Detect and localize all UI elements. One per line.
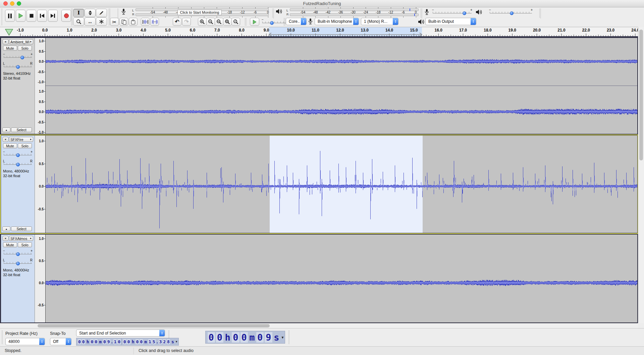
time-digit[interactable]: 0 bbox=[140, 339, 143, 344]
time-format-dropdown-icon[interactable]: ▼ bbox=[176, 340, 177, 343]
output-volume-slider[interactable]: −+ bbox=[489, 8, 533, 16]
redo-button[interactable]: ↷ bbox=[182, 18, 191, 26]
time-format-dropdown-icon[interactable]: ▼ bbox=[281, 336, 283, 339]
solo-button[interactable]: Solo bbox=[18, 143, 32, 148]
time-digit[interactable]: 0 bbox=[78, 339, 81, 344]
pan-slider[interactable]: LR bbox=[3, 259, 33, 267]
snap-to-select[interactable]: Off ▲▼ bbox=[50, 338, 71, 345]
waveform-area[interactable] bbox=[46, 235, 637, 322]
gain-slider[interactable]: −+ bbox=[3, 53, 33, 61]
time-digit[interactable]: 5 bbox=[152, 339, 156, 344]
time-digit[interactable]: 3 bbox=[159, 339, 162, 344]
play-button[interactable] bbox=[16, 10, 25, 22]
envelope-tool-button[interactable] bbox=[85, 9, 96, 17]
skip-end-button[interactable] bbox=[48, 10, 58, 22]
time-digit[interactable]: 0 bbox=[240, 332, 248, 343]
track-title-button[interactable]: Ambient_Win▼ bbox=[9, 39, 33, 44]
selection-end-field[interactable]: 00h00m15.328s▼ bbox=[121, 338, 179, 346]
waveform-channel-0[interactable] bbox=[46, 38, 637, 86]
time-digit[interactable]: 9 bbox=[107, 339, 110, 344]
title-bar[interactable]: FutzedRadioTuning bbox=[0, 0, 644, 7]
select-track-button[interactable]: Select bbox=[11, 128, 32, 132]
solo-button[interactable]: Solo bbox=[18, 46, 32, 51]
time-digit[interactable]: 2 bbox=[163, 339, 166, 344]
audio-position-field[interactable]: 00h00m09s▼ bbox=[205, 331, 285, 344]
undo-button[interactable]: ↶ bbox=[173, 18, 181, 26]
waveform-area[interactable] bbox=[46, 38, 637, 134]
close-track-button[interactable]: ✕ bbox=[3, 137, 8, 142]
zoom-in-button[interactable] bbox=[198, 18, 207, 26]
vertical-scale-ruler[interactable]: 1.00.50.0-0.5 bbox=[35, 136, 46, 233]
time-digit[interactable]: 9 bbox=[265, 332, 272, 343]
selection-tool-button[interactable]: I bbox=[73, 9, 84, 17]
horizontal-scrollbar-thumb[interactable] bbox=[38, 324, 270, 327]
recording-channels-select[interactable]: 1 (Mono) R...▲▼ bbox=[361, 18, 398, 25]
mute-button[interactable]: Mute bbox=[3, 242, 17, 247]
collapse-track-button[interactable]: ▲ bbox=[2, 128, 10, 132]
vertical-scrollbar-thumb[interactable] bbox=[639, 30, 643, 160]
time-digit[interactable]: 1 bbox=[113, 339, 117, 344]
vertical-scale-ruler[interactable]: 1.00.50.0-0.5-1.01.00.50.0-0.5-1.0 bbox=[35, 38, 46, 134]
waveform-channel-0[interactable] bbox=[46, 136, 637, 233]
toolbar-grip[interactable] bbox=[1, 9, 2, 26]
time-digit[interactable]: 0 bbox=[94, 339, 98, 344]
paste-button[interactable] bbox=[129, 18, 138, 26]
slider-thumb[interactable] bbox=[16, 252, 20, 256]
gain-slider[interactable]: −+ bbox=[3, 150, 33, 158]
slider-thumb[interactable] bbox=[510, 11, 514, 15]
time-digit[interactable]: 0 bbox=[216, 332, 223, 343]
mute-button[interactable]: Mute bbox=[3, 143, 17, 148]
toolbar-grip[interactable] bbox=[2, 331, 3, 345]
pan-slider[interactable]: LR bbox=[3, 160, 33, 168]
playback-meter[interactable]: LR-54-48-42-36-30-24-18-12-60 bbox=[274, 7, 421, 17]
select-track-button[interactable]: Select bbox=[11, 226, 32, 231]
vertical-scale-ruler[interactable]: 1.00.50.0-0.5 bbox=[35, 235, 46, 322]
time-digit[interactable]: 1 bbox=[148, 339, 152, 344]
track-title-button[interactable]: SFXAtmos▼ bbox=[9, 236, 33, 241]
fit-project-button[interactable] bbox=[223, 18, 232, 26]
cut-button[interactable]: ✂ bbox=[110, 18, 119, 26]
time-digit[interactable]: 0 bbox=[208, 332, 215, 343]
toolbar-grip[interactable] bbox=[288, 331, 289, 345]
close-track-button[interactable]: ✕ bbox=[3, 39, 8, 44]
copy-button[interactable] bbox=[119, 18, 128, 26]
time-digit[interactable]: 0 bbox=[136, 339, 139, 344]
monitoring-overlay[interactable]: Click to Start Monitoring bbox=[177, 10, 222, 15]
slider-thumb[interactable] bbox=[270, 21, 274, 25]
time-digit[interactable]: 0 bbox=[123, 339, 126, 344]
playback-device-select[interactable]: Built-in Output▲▼ bbox=[425, 18, 476, 25]
multi-tool-button[interactable] bbox=[96, 17, 107, 26]
slider-thumb[interactable] bbox=[16, 153, 20, 157]
selection-mode-select[interactable]: Start and End of Selection ▲▼ bbox=[76, 329, 165, 337]
time-digit[interactable]: 0 bbox=[117, 339, 121, 344]
toolbar-grip[interactable] bbox=[540, 9, 541, 18]
gain-slider[interactable]: −+ bbox=[3, 249, 33, 257]
pause-button[interactable] bbox=[5, 10, 15, 22]
toolbar-grip[interactable] bbox=[117, 9, 118, 18]
timeline-ruler[interactable]: -1.00.01.02.03.04.05.06.07.08.09.010.011… bbox=[0, 27, 644, 36]
time-shift-tool-button[interactable]: ↔ bbox=[85, 17, 96, 26]
skip-start-button[interactable] bbox=[37, 10, 47, 22]
zoom-toggle-button[interactable] bbox=[231, 18, 240, 26]
zoom-out-button[interactable] bbox=[206, 18, 215, 26]
record-button[interactable] bbox=[61, 10, 71, 22]
slider-thumb[interactable] bbox=[16, 65, 20, 69]
waveform-area[interactable] bbox=[46, 136, 637, 233]
time-digit[interactable]: 0 bbox=[90, 339, 94, 344]
slider-thumb[interactable] bbox=[463, 11, 466, 15]
audio-host-select[interactable]: Core...▲▼ bbox=[286, 18, 307, 25]
time-digit[interactable]: 0 bbox=[232, 332, 239, 343]
toolbar-grip[interactable] bbox=[246, 18, 247, 26]
time-separator[interactable]: . bbox=[111, 339, 113, 344]
fit-selection-button[interactable] bbox=[215, 18, 223, 26]
collapse-track-button[interactable]: ▲ bbox=[2, 226, 10, 231]
pan-slider[interactable]: LR bbox=[3, 62, 33, 70]
time-separator[interactable]: . bbox=[156, 339, 159, 344]
vertical-scrollbar[interactable] bbox=[638, 27, 644, 323]
draw-tool-button[interactable] bbox=[96, 9, 107, 17]
solo-button[interactable]: Solo bbox=[18, 242, 32, 247]
waveform-channel-0[interactable] bbox=[46, 235, 637, 322]
project-rate-select[interactable]: 48000 ▲▼ bbox=[5, 338, 45, 345]
time-digit[interactable]: 0 bbox=[82, 339, 85, 344]
time-digit[interactable]: 0 bbox=[103, 339, 106, 344]
